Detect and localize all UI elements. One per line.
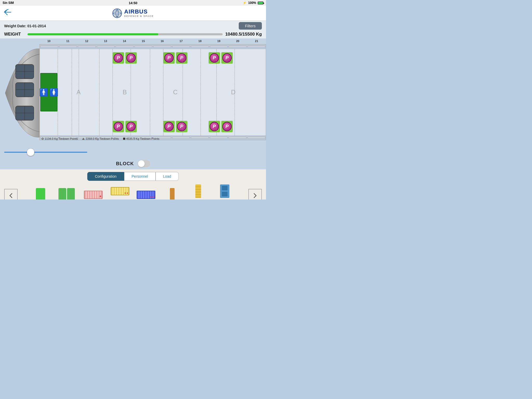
timeline-slider[interactable]	[4, 152, 87, 153]
item-single-stretcher[interactable]: + Single Stretcher	[82, 188, 104, 200]
configuration-tabs: Configuration Personnel Load	[4, 172, 262, 181]
top-track	[40, 44, 266, 49]
col-15: 15	[134, 39, 153, 43]
airbus-sub: DEFENCE & SPACE	[124, 15, 154, 18]
nav-next-button[interactable]	[248, 189, 262, 200]
p-badge: P	[163, 52, 175, 64]
aircraft-nose-icon	[0, 44, 40, 142]
section-b-bottom-badges: P P	[113, 121, 137, 132]
item-double-passengers[interactable]: DoublePassengers S...	[214, 184, 236, 200]
triple-stretcher-icon: + + +	[136, 188, 156, 200]
tiedown-circle-icon	[42, 138, 44, 140]
item-emergency-rack[interactable]: EmergencyRack	[188, 184, 209, 200]
tiedown-triangle-icon	[82, 138, 85, 140]
p-badge: P	[125, 52, 137, 64]
p-badge: P	[221, 52, 233, 64]
logo-text: AIRBUS DEFENCE & SPACE	[124, 9, 154, 17]
section-c: C P P P P	[150, 49, 201, 135]
status-bar: Sin SIM 14:50 ⚡ 100%	[0, 0, 266, 6]
weight-value: 10480.5/15500 Kg	[225, 32, 262, 37]
tab-configuration[interactable]: Configuration	[87, 172, 124, 181]
tiedown-item-1: 1134.0 Kg Tiedown Points	[42, 137, 78, 140]
section-c-top-badges: P P	[163, 52, 188, 64]
tiedown-item-2: 2268.0 Kg Tiedown Points	[82, 137, 119, 140]
toggle-knob	[138, 160, 145, 167]
back-button[interactable]	[4, 9, 11, 18]
tiedown-label-2: 2268.0 Kg Tiedown Points	[86, 137, 119, 140]
column-headers: 10 11 12 13 14 15 16 17 18 19 20 21	[39, 39, 266, 43]
emergency-rack-icon	[195, 184, 201, 198]
female-figure-icon: 🚺	[49, 88, 58, 97]
p-badge: P	[163, 121, 175, 132]
section-c-bottom-badges: P P	[163, 121, 188, 132]
battery-label: 100%	[248, 1, 256, 5]
p-badge: P	[209, 121, 220, 132]
section-c-label: C	[150, 89, 201, 96]
tab-load[interactable]: Load	[156, 172, 179, 181]
restroom-icons: 🚹 🚺	[39, 88, 58, 97]
app-header: AIRBUS DEFENCE & SPACE	[0, 6, 266, 21]
col-12: 12	[77, 39, 96, 43]
section-d-top-badges: P P	[209, 52, 233, 64]
weight-date-row: Weight Date: 01-01-2014 Filters	[0, 21, 266, 31]
item-double-seat[interactable]: Double Seat	[56, 188, 77, 200]
item-double-stretcher[interactable]: + + DoubleStretcher	[110, 184, 130, 200]
tiedown-square-icon	[123, 138, 125, 140]
col-13: 13	[96, 39, 115, 43]
double-stretcher-icon: + +	[110, 184, 130, 198]
filters-button[interactable]: Filters	[239, 22, 262, 30]
single-seat-icon	[36, 188, 45, 200]
airbus-logo-icon	[112, 8, 122, 18]
item-bsa[interactable]: BSA	[162, 188, 183, 200]
col-11: 11	[58, 39, 77, 43]
tiedown-item-3: 4535.9 Kg Tiedown Points	[123, 137, 159, 140]
weight-label: WEIGHT	[4, 32, 25, 37]
block-toggle[interactable]	[138, 160, 150, 167]
bottom-panel: Configuration Personnel Load Single Seat…	[0, 169, 266, 200]
double-seat-icon	[58, 188, 75, 200]
col-10: 10	[39, 39, 58, 43]
block-row: BLOCK	[0, 158, 266, 169]
col-19: 19	[209, 39, 228, 43]
battery-icon	[258, 2, 263, 4]
col-17: 17	[172, 39, 191, 43]
p-badge: P	[176, 52, 188, 64]
section-d: D P P P P	[201, 49, 266, 135]
weight-progress-bar	[28, 33, 223, 35]
tab-personnel[interactable]: Personnel	[124, 172, 156, 181]
carrier-label: Sin SIM	[3, 1, 14, 5]
tiedown-legend: 1134.0 Kg Tiedown Points 2268.0 Kg Tiedo…	[42, 137, 159, 140]
col-16: 16	[153, 39, 172, 43]
tiedown-label-3: 4535.9 Kg Tiedown Points	[126, 137, 159, 140]
col-14: 14	[115, 39, 134, 43]
nav-previous-button[interactable]	[4, 189, 18, 200]
item-single-seat[interactable]: Single Seat	[30, 188, 51, 200]
section-d-label: D	[201, 89, 266, 96]
item-triple-stretcher[interactable]: + + + Triple Stretcher	[136, 188, 157, 200]
restroom-area: 🚹 🚺	[40, 49, 58, 135]
seating-grid: 🚹 🚺 A B P P P P C	[39, 44, 266, 140]
timeline-slider-row	[0, 152, 266, 153]
col-21: 21	[247, 39, 266, 43]
weight-progress-fill	[28, 33, 158, 35]
bsa-icon	[170, 188, 175, 200]
male-figure-icon: 🚹	[39, 88, 48, 97]
single-stretcher-icon: +	[83, 188, 104, 200]
weight-row: WEIGHT 10480.5/15500 Kg	[0, 31, 266, 38]
equipment-items-row: Single Seat Double Seat + Single Stretch…	[4, 184, 262, 200]
logo: AIRBUS DEFENCE & SPACE	[112, 8, 154, 18]
col-18: 18	[190, 39, 209, 43]
aircraft-map: 10 11 12 13 14 15 16 17 18 19 20 21	[0, 38, 266, 158]
tiedown-label-1: 1134.0 Kg Tiedown Points	[45, 137, 78, 140]
p-badge: P	[209, 52, 220, 64]
section-b: B P P P P	[99, 49, 150, 135]
p-badge: P	[176, 121, 188, 132]
section-b-top-badges: P P	[113, 52, 137, 64]
section-d-bottom-badges: P P	[209, 121, 233, 132]
p-badge: P	[113, 121, 124, 132]
p-badge: P	[113, 52, 124, 64]
section-b-label: B	[99, 89, 150, 96]
weight-date-label: Weight Date: 01-01-2014	[4, 24, 46, 28]
double-passengers-icon	[220, 184, 229, 198]
col-20: 20	[228, 39, 247, 43]
